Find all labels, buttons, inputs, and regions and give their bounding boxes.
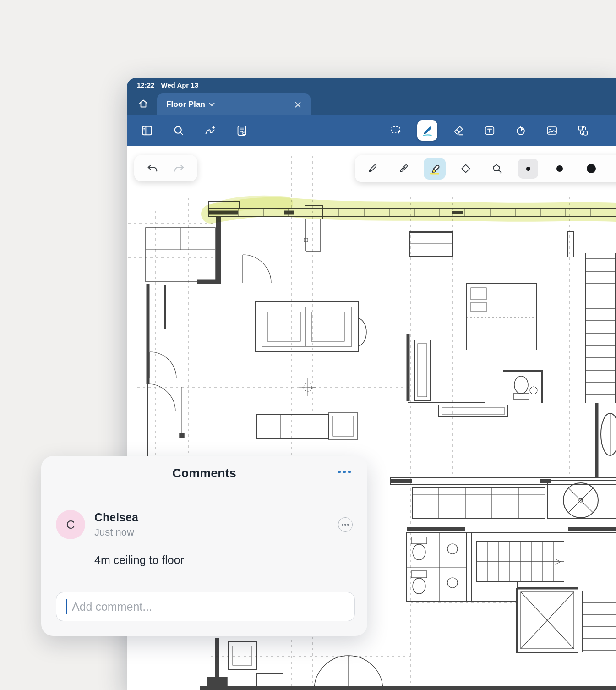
search-icon xyxy=(173,125,185,137)
highlighter-stroke xyxy=(211,203,616,214)
comments-title: Comments xyxy=(172,466,236,481)
screen: 12:22 Wed Apr 13 Floor Plan xyxy=(0,0,616,690)
tab-floor-plan[interactable]: Floor Plan xyxy=(157,93,311,115)
chevron-down-icon xyxy=(209,103,215,107)
text-icon xyxy=(484,125,496,137)
highlighter-button[interactable] xyxy=(424,158,446,180)
size-large-dot xyxy=(587,164,596,173)
undo-redo-card xyxy=(134,155,197,181)
toolbar-right-group xyxy=(386,120,593,141)
comment-more-button[interactable] xyxy=(338,517,353,532)
lasso-gesture-icon xyxy=(204,125,216,137)
shape-recognition-icon xyxy=(491,163,503,175)
comment-text: 4m ceiling to floor xyxy=(94,553,184,567)
stroke-size-group xyxy=(518,159,601,179)
comment-input-wrap xyxy=(56,592,355,621)
undo-icon xyxy=(147,162,158,174)
avatar-initial: C xyxy=(66,518,75,532)
comment-item: C Chelsea Just now xyxy=(56,510,353,539)
toolbar-left-group xyxy=(137,120,252,141)
timer-tool-button[interactable] xyxy=(511,120,531,141)
comment-author: Chelsea xyxy=(94,511,138,524)
fountain-pen-button[interactable] xyxy=(392,158,414,180)
shape-icon xyxy=(460,163,472,175)
ballpoint-pen-button[interactable] xyxy=(361,158,383,180)
redo-button[interactable] xyxy=(169,158,189,178)
tab-label: Floor Plan xyxy=(166,100,205,109)
pen-options-bar xyxy=(355,155,616,182)
shapes-icon xyxy=(577,125,589,137)
sidebar-button[interactable] xyxy=(137,120,157,141)
ellipsis-icon xyxy=(342,524,343,526)
select-icon xyxy=(390,125,402,137)
search-button[interactable] xyxy=(169,120,189,141)
size-medium-button[interactable] xyxy=(550,159,570,179)
comments-panel: Comments C Chelsea Just now 4m ceiling t… xyxy=(41,456,367,636)
add-comment-input[interactable] xyxy=(56,592,355,621)
text-tool-button[interactable] xyxy=(480,120,500,141)
comments-header: Comments xyxy=(41,456,367,491)
avatar: C xyxy=(56,510,85,539)
pen-tool-button[interactable] xyxy=(417,120,437,141)
redo-icon xyxy=(173,162,185,174)
size-medium-dot xyxy=(556,165,563,172)
page-preview-icon xyxy=(236,125,248,137)
ellipsis-icon xyxy=(338,471,341,473)
fountain-pen-icon xyxy=(398,163,409,175)
highlighter-icon xyxy=(428,162,441,175)
tab-bar: Floor Plan xyxy=(127,92,616,115)
page-preview-button[interactable] xyxy=(232,120,252,141)
status-time: 12:22 xyxy=(137,81,154,89)
size-large-button[interactable] xyxy=(581,159,601,179)
comment-author-block: Chelsea Just now xyxy=(94,511,138,538)
text-caret xyxy=(66,599,67,614)
close-icon xyxy=(295,102,301,108)
image-tool-button[interactable] xyxy=(542,120,562,141)
toolbar xyxy=(127,115,616,146)
comment-timestamp: Just now xyxy=(94,526,138,538)
shapes-tool-button[interactable] xyxy=(573,120,593,141)
size-small-button[interactable] xyxy=(518,159,538,179)
home-button[interactable] xyxy=(133,93,153,114)
comments-menu-button[interactable] xyxy=(338,471,351,473)
pen-type-group xyxy=(361,158,508,180)
ballpoint-pen-icon xyxy=(366,163,378,175)
image-icon xyxy=(546,125,558,137)
eraser-icon xyxy=(452,125,464,137)
status-bar: 12:22 Wed Apr 13 xyxy=(127,78,616,92)
tab-close-button[interactable] xyxy=(291,98,304,111)
size-small-dot xyxy=(526,167,530,171)
timer-icon xyxy=(515,125,527,137)
shape-recognition-button[interactable] xyxy=(486,158,508,180)
sidebar-icon xyxy=(141,125,153,137)
pen-icon xyxy=(421,125,433,137)
lasso-gesture-button[interactable] xyxy=(200,120,220,141)
status-date: Wed Apr 13 xyxy=(161,81,198,89)
eraser-tool-button[interactable] xyxy=(448,120,469,141)
undo-button[interactable] xyxy=(142,158,163,178)
shape-tool-button[interactable] xyxy=(455,158,477,180)
home-icon xyxy=(138,98,149,109)
select-tool-button[interactable] xyxy=(386,120,406,141)
